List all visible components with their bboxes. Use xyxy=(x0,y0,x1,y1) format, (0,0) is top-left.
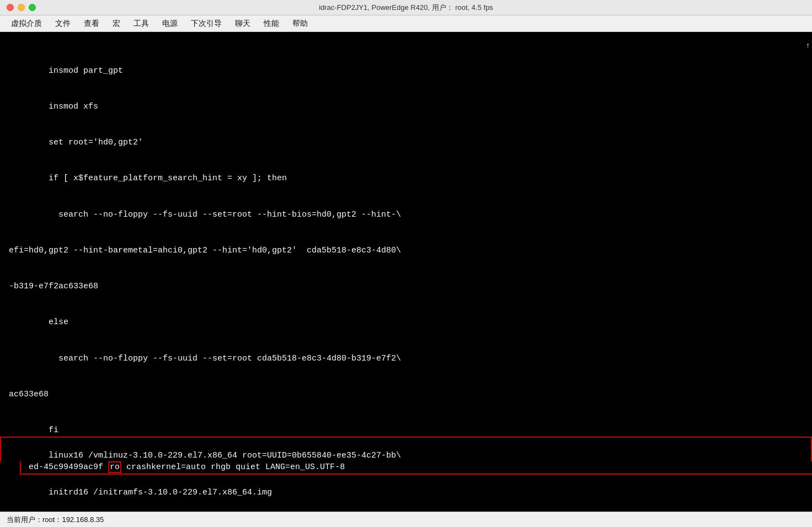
maximize-button[interactable] xyxy=(29,4,36,11)
terminal-content: insmod part_gpt insmod xfs set root='hd0… xyxy=(0,32,812,512)
window-title: idrac-FDP2JY1, PowerEdge R420, 用户： root,… xyxy=(319,3,493,13)
highlighted-region-2: ed-45c99499ac9f ro crashkernel=auto rhgb… xyxy=(20,461,812,475)
menu-item-性能[interactable]: 性能 xyxy=(258,17,285,30)
terminal-line: insmod part_gpt xyxy=(0,65,812,77)
menu-item-虚拟介质[interactable]: 虚拟介质 xyxy=(6,17,47,30)
close-button[interactable] xyxy=(7,4,14,11)
terminal-line: if [ x$feature_platform_search_hint = xy… xyxy=(0,173,812,185)
terminal-line: insmod xfs xyxy=(0,101,812,113)
menu-item-聊天[interactable]: 聊天 xyxy=(229,17,256,30)
terminal-line: else xyxy=(0,316,812,329)
minimize-button[interactable] xyxy=(18,4,25,11)
terminal-line: fi xyxy=(0,424,812,437)
terminal-line: -b319-e7f2ac633e68 xyxy=(0,281,812,293)
terminal-line: set root='hd0,gpt2' xyxy=(0,137,812,149)
menu-item-电源[interactable]: 电源 xyxy=(157,17,183,30)
menu-item-工具[interactable]: 工具 xyxy=(128,17,154,30)
menu-item-帮助[interactable]: 帮助 xyxy=(287,17,313,30)
title-bar: idrac-FDP2JY1, PowerEdge R420, 用户： root,… xyxy=(0,0,812,15)
status-bar: 当前用户：root：192.168.8.35 xyxy=(0,512,812,527)
highlighted-region: linux16 /vmlinuz-3.10.0-229.el7.x86_64 r… xyxy=(0,437,812,462)
terminal-line: ac633e68 xyxy=(0,389,812,401)
menu-item-查看[interactable]: 查看 xyxy=(78,17,105,30)
terminal-line: search --no-floppy --fs-uuid --set=root … xyxy=(0,209,812,221)
terminal-line: efi=hd0,gpt2 --hint-baremetal=ahci0,gpt2… xyxy=(0,245,812,257)
menu-item-下次引导[interactable]: 下次引导 xyxy=(185,17,227,30)
status-text: 当前用户：root：192.168.8.35 xyxy=(7,515,104,525)
terminal-line: search --no-floppy --fs-uuid --set=root … xyxy=(0,353,812,365)
menu-item-文件[interactable]: 文件 xyxy=(50,17,76,30)
title-bar-buttons xyxy=(7,4,36,11)
scroll-indicator: ↑ xyxy=(806,41,810,50)
menu-item-宏[interactable]: 宏 xyxy=(107,17,126,30)
menu-bar: 虚拟介质文件查看宏工具电源下次引导聊天性能帮助 xyxy=(0,15,812,32)
ro-highlight: ro xyxy=(108,461,121,473)
terminal-line: initrd16 /initramfs-3.10.0-229.el7.x86_6… xyxy=(0,487,812,499)
terminal[interactable]: ↑ insmod part_gpt insmod xfs set root='h… xyxy=(0,32,812,512)
